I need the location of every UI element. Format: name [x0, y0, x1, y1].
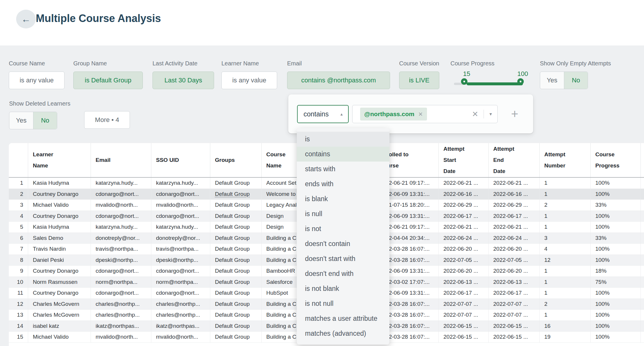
cell-progress[interactable]: 100% [590, 244, 640, 255]
cell-start[interactable]: 2022-06-15 ... [438, 321, 488, 332]
toggle-no-option[interactable]: No [564, 72, 588, 89]
cell-sso[interactable]: cdonargo@nort... [151, 266, 210, 277]
group-name-filter-chip[interactable]: is Default Group [73, 72, 143, 89]
cell-attempt[interactable]: 2 [539, 299, 590, 310]
operator-menu-item-contains[interactable]: contains [297, 147, 389, 162]
cell-sso[interactable]: mvalido@north... [151, 200, 210, 211]
cell-learner[interactable]: Charles McGovern [28, 299, 91, 310]
column-header-course-progress[interactable]: CourseProgress [590, 143, 640, 177]
cell-start[interactable]: 2022-06-20 ... [438, 266, 488, 277]
cell-end[interactable]: 2022-06-17 ... [488, 211, 539, 222]
cell-group[interactable]: Default Group [210, 189, 261, 200]
cell-attempt[interactable]: 1 [539, 266, 590, 277]
cell-start[interactable]: 2022-06-17 ... [438, 288, 488, 298]
cell-learner[interactable]: Kasia Hudyma [28, 178, 91, 189]
last-activity-date-filter-chip[interactable]: Last 30 Days [152, 72, 214, 89]
operator-menu-item-matches-a-user-attribute[interactable]: matches a user attribute [297, 311, 389, 326]
cell-sso[interactable]: mvalido@north... [151, 332, 210, 342]
cell-attempt[interactable]: 1 [539, 178, 590, 189]
cell-end[interactable]: 2022-06-20 ... [488, 244, 539, 255]
toggle-yes-option[interactable]: Yes [9, 112, 33, 129]
cell-progress[interactable]: 100% [590, 189, 640, 200]
operator-menu-item-doesn-t-start-with[interactable]: doesn't start with [297, 251, 389, 266]
operator-menu-item-matches-advanced[interactable]: matches (advanced) [297, 326, 389, 341]
cell-progress[interactable]: 100% [590, 332, 640, 342]
cell-progress[interactable]: 100% [590, 310, 640, 320]
cell-group[interactable]: Default Group [210, 299, 261, 310]
cell-attempt[interactable]: 1 [539, 310, 590, 320]
cell-attempt[interactable]: 1 [539, 288, 590, 298]
email-filter-chip[interactable]: contains @northpass.com [287, 72, 390, 89]
cell-learner[interactable]: Sales Demo [28, 233, 91, 244]
cell-sso[interactable]: norm@northpa... [151, 277, 210, 288]
column-header-learner-name[interactable]: LearnerName [28, 143, 91, 177]
cell-group[interactable]: Default Group [210, 178, 261, 189]
toggle-no-option[interactable]: No [33, 112, 57, 129]
cell-email[interactable]: katarzyna.hudy... [91, 222, 151, 233]
cell-email[interactable]: norm@northpa... [91, 277, 151, 288]
cell-attempt[interactable]: 2 [539, 200, 590, 211]
cell-sso[interactable]: ikatz@northpas... [151, 321, 210, 332]
cell-progress[interactable]: 100% [590, 299, 640, 310]
cell-group[interactable]: Default Group [210, 255, 261, 266]
cell-email[interactable]: charles@northp... [91, 310, 151, 320]
operator-menu-item-doesn-t-end-with[interactable]: doesn't end with [297, 266, 389, 281]
operator-menu-item-is-not-null[interactable]: is not null [297, 296, 389, 311]
cell-learner[interactable]: Courtney Donargo [28, 211, 91, 222]
cell-progress[interactable]: 33% [590, 200, 640, 211]
cell-end[interactable]: 2022-06-15 ... [488, 332, 539, 342]
operator-menu-item-is-not-blank[interactable]: is not blank [297, 281, 389, 296]
cell-attempt[interactable]: 1 [539, 277, 590, 288]
operator-menu-item-doesn-t-contain[interactable]: doesn't contain [297, 236, 389, 251]
cell-end[interactable]: 2022-07-07 ... [488, 299, 539, 310]
cell-attempt[interactable]: 12 [539, 255, 590, 266]
cell-email[interactable]: ikatz@northpas... [91, 321, 151, 332]
operator-menu-item-is-not[interactable]: is not [297, 221, 389, 236]
cell-start[interactable]: 2022-06-21 ... [438, 222, 488, 233]
cell-start[interactable]: 2022-07-05 ... [438, 255, 488, 266]
cell-learner[interactable]: Michael Valido [28, 332, 91, 342]
cell-attempt[interactable]: 3 [539, 233, 590, 244]
operator-menu-item-is-null[interactable]: is null [297, 206, 389, 221]
cell-start[interactable]: 2022-06-15 ... [438, 332, 488, 342]
cell-group[interactable]: Default Group [210, 244, 261, 255]
cell-end[interactable]: 2022-06-21 ... [488, 222, 539, 233]
cell-end[interactable]: 2022-06-24 ... [488, 233, 539, 244]
cell-start[interactable]: 2022-06-17 ... [438, 211, 488, 222]
cell-progress[interactable]: 33% [590, 233, 640, 244]
cell-email[interactable]: mvalido@north... [91, 332, 151, 342]
operator-select[interactable]: contains ▲ [297, 105, 349, 123]
column-header-sso-uid[interactable]: SSO UID [151, 143, 210, 177]
cell-start[interactable]: 2022-07-07 ... [438, 299, 488, 310]
cell-email[interactable]: cdonargo@nort... [91, 288, 151, 298]
remove-chip-icon[interactable]: ✕ [418, 111, 423, 118]
cell-end[interactable]: 2022-07-07 ... [488, 310, 539, 320]
column-header-email[interactable]: Email [91, 143, 151, 177]
cell-email[interactable]: charles@northp... [91, 299, 151, 310]
cell-attempt[interactable]: 19 [539, 332, 590, 342]
cell-end[interactable]: 2022-06-17 ... [488, 288, 539, 298]
cell-sso[interactable]: donotreply@nor... [151, 233, 210, 244]
cell-learner[interactable]: Daniel Peski [28, 255, 91, 266]
cell-learner[interactable]: Travis Nardin [28, 244, 91, 255]
operator-menu-item-is-blank[interactable]: is blank [297, 191, 389, 206]
cell-learner[interactable]: Courtney Donargo [28, 266, 91, 277]
cell-learner[interactable]: isabel katz [28, 321, 91, 332]
cell-start[interactable]: 2022-06-29 ... [438, 200, 488, 211]
cell-learner[interactable]: Kasia Hudyma [28, 222, 91, 233]
cell-group[interactable]: Default Group [210, 310, 261, 320]
cell-learner[interactable]: Courtney Donargo [28, 189, 91, 200]
cell-sso[interactable]: charles@northp... [151, 310, 210, 320]
cell-start[interactable]: 2022-06-13 ... [438, 277, 488, 288]
more-filters-button[interactable]: More • 4 [84, 111, 130, 129]
column-header-attempt-end-date[interactable]: AttemptEndDate [488, 143, 539, 177]
cell-progress[interactable]: 75% [590, 277, 640, 288]
course-version-filter-chip[interactable]: is LIVE [399, 72, 439, 89]
cell-progress[interactable]: 100% [590, 222, 640, 233]
operator-menu-item-starts-with[interactable]: starts with [297, 162, 389, 177]
course-progress-slider[interactable]: 15 100 [450, 69, 530, 98]
cell-start[interactable]: 2022-07-07 ... [438, 310, 488, 320]
cell-email[interactable]: mvalido@north... [91, 200, 151, 211]
cell-learner[interactable]: Michael Valido [28, 200, 91, 211]
cell-progress[interactable]: 18% [590, 266, 640, 277]
